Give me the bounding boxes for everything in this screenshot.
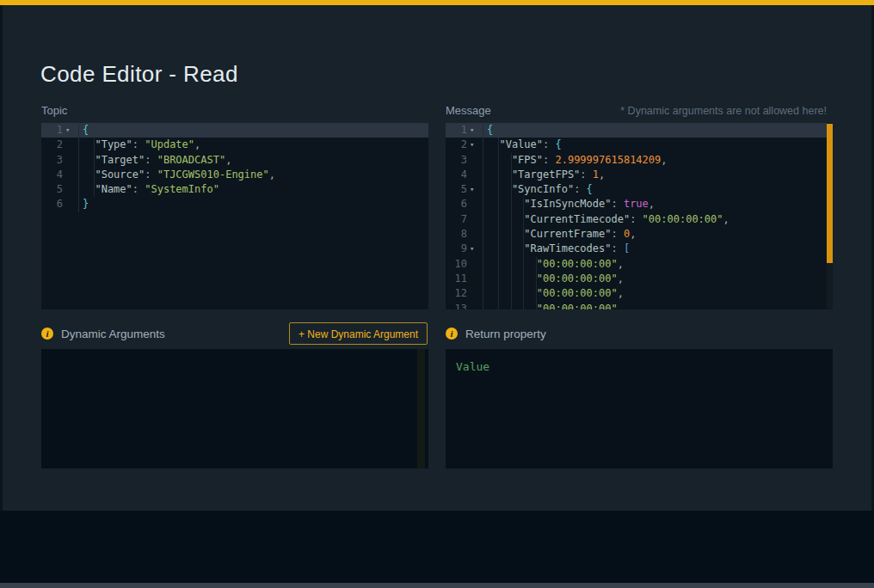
code-line: 11"00:00:00:00", <box>446 272 833 286</box>
gutter-spacer <box>63 197 79 211</box>
code-text: "SyncInfo": { <box>483 182 833 197</box>
line-number: 9 <box>446 242 467 256</box>
code-text: "IsInSyncMode": true, <box>483 197 833 211</box>
code-text: "CurrentTimecode": "00:00:00:00", <box>483 212 833 227</box>
fold-arrow-icon[interactable]: ▾ <box>63 123 79 138</box>
code-line: 3"Target": "BROADCAST", <box>41 153 428 168</box>
code-line: 3"FPS": 2.999997615814209, <box>446 153 833 168</box>
topic-label: Topic <box>41 104 67 117</box>
line-number: 5 <box>41 182 63 197</box>
gutter-spacer <box>467 302 483 309</box>
window-left-edge <box>0 5 3 583</box>
code-text: { <box>483 123 833 138</box>
line-number: 12 <box>446 286 467 301</box>
fold-arrow-icon[interactable]: ▾ <box>467 138 483 152</box>
code-line: 13"00:00:00:00" <box>446 302 833 309</box>
code-line: 6"IsInSyncMode": true, <box>446 197 833 211</box>
code-line: 8"CurrentFrame": 0, <box>446 227 833 242</box>
code-text: "Name": "SystemInfo" <box>79 182 428 197</box>
code-line: 10"00:00:00:00", <box>446 257 833 272</box>
code-line: 4"TargetFPS": 1, <box>446 168 833 182</box>
line-number: 4 <box>41 168 63 182</box>
code-text: "Value": { <box>483 138 833 152</box>
gutter-spacer <box>63 168 79 182</box>
line-number: 8 <box>446 227 467 242</box>
message-scrollbar-track[interactable] <box>827 123 833 309</box>
return-property-value: Value <box>446 349 833 384</box>
code-text: "CurrentFrame": 0, <box>483 227 833 242</box>
code-text: "Target": "BROADCAST", <box>79 153 428 168</box>
return-property-title: Return property <box>465 328 546 340</box>
window-bottom-edge <box>0 583 874 588</box>
message-code-editor[interactable]: 1▾{2▾"Value": {3"FPS": 2.999997615814209… <box>446 123 833 309</box>
line-number: 13 <box>446 302 467 309</box>
code-text: "TargetFPS": 1, <box>483 168 833 182</box>
dynamic-arguments-note: * Dynamic arguments are not allowed here… <box>620 105 827 117</box>
gutter-spacer <box>63 138 79 152</box>
return-property-header: i Return property <box>446 322 546 345</box>
code-text: "Source": "TJCGWS010-Engine", <box>79 168 428 182</box>
dynamic-arguments-panel <box>41 349 428 469</box>
line-number: 11 <box>446 272 467 286</box>
code-line: 5"Name": "SystemInfo" <box>41 182 428 197</box>
code-line: 12"00:00:00:00", <box>446 286 833 301</box>
code-line: 7"CurrentTimecode": "00:00:00:00", <box>446 212 833 227</box>
code-line: 2"Type": "Update", <box>41 138 428 152</box>
code-text: { <box>79 123 428 138</box>
top-accent-bar <box>0 0 874 5</box>
line-number: 3 <box>446 153 467 168</box>
info-icon: i <box>41 328 53 340</box>
line-number: 1 <box>446 123 467 138</box>
line-number: 10 <box>446 257 467 272</box>
info-icon: i <box>446 328 458 340</box>
fold-arrow-icon[interactable]: ▾ <box>467 182 483 197</box>
code-text: "00:00:00:00", <box>483 257 833 272</box>
dynamic-arguments-header: i Dynamic Arguments <box>41 322 165 345</box>
line-number: 3 <box>41 153 63 168</box>
gutter-spacer <box>467 153 483 168</box>
topic-code-editor[interactable]: 1▾{2"Type": "Update",3"Target": "BROADCA… <box>41 123 428 309</box>
fold-arrow-icon[interactable]: ▾ <box>467 242 483 256</box>
code-line: 4"Source": "TJCGWS010-Engine", <box>41 168 428 182</box>
gutter-spacer <box>467 168 483 182</box>
line-number: 2 <box>446 138 467 152</box>
gutter-spacer <box>63 153 79 168</box>
message-scrollbar-thumb[interactable] <box>827 124 833 263</box>
gutter-spacer <box>467 227 483 242</box>
fold-arrow-icon[interactable]: ▾ <box>467 123 483 138</box>
gutter-spacer <box>467 286 483 301</box>
code-line: 1▾{ <box>446 123 833 138</box>
dynamic-arguments-scrollbar-track[interactable] <box>417 349 425 469</box>
gutter-spacer <box>467 272 483 286</box>
code-line: 9▾"RawTimecodes": [ <box>446 242 833 256</box>
line-number: 2 <box>41 138 63 152</box>
line-number: 5 <box>446 182 467 197</box>
code-text: "RawTimecodes": [ <box>483 242 833 256</box>
code-line: 1▾{ <box>41 123 428 138</box>
dynamic-arguments-title: Dynamic Arguments <box>61 328 165 340</box>
line-number: 4 <box>446 168 467 182</box>
line-number: 1 <box>41 123 63 138</box>
code-text: "00:00:00:00", <box>483 272 833 286</box>
line-number: 6 <box>446 197 467 211</box>
gutter-spacer <box>63 182 79 197</box>
message-label: Message <box>446 104 491 117</box>
gutter-spacer <box>467 257 483 272</box>
code-line: 5▾"SyncInfo": { <box>446 182 833 197</box>
code-text: "00:00:00:00", <box>483 286 833 301</box>
code-line: 6} <box>41 197 428 211</box>
new-dynamic-argument-button[interactable]: + New Dynamic Argument <box>289 322 428 345</box>
page-title: Code Editor - Read <box>40 61 238 88</box>
code-text: "FPS": 2.999997615814209, <box>483 153 833 168</box>
gutter-spacer <box>467 197 483 211</box>
return-property-editor[interactable]: Value <box>446 349 833 469</box>
code-text: "00:00:00:00" <box>483 302 833 309</box>
code-line: 2▾"Value": { <box>446 138 833 152</box>
gutter-spacer <box>467 212 483 227</box>
line-number: 6 <box>41 197 63 211</box>
dialog-footer: Cancel Confirm <box>0 511 874 588</box>
line-number: 7 <box>446 212 467 227</box>
code-text: "Type": "Update", <box>79 138 428 152</box>
code-text: } <box>79 197 428 211</box>
